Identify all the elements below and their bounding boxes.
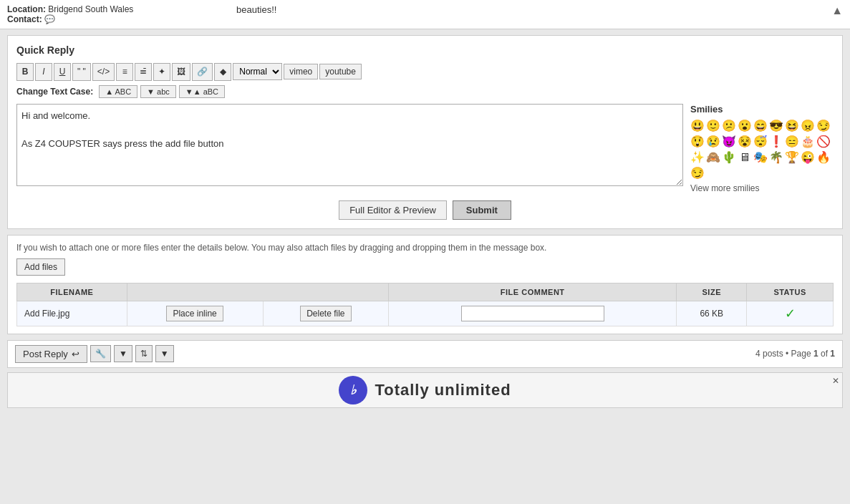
- sort-icon: ⇅: [140, 349, 148, 359]
- smiley-6[interactable]: 😎: [769, 119, 783, 133]
- quick-reply-title: Quick Reply: [16, 44, 834, 56]
- table-row: Add File.jpg Place inline Delete file 66…: [17, 301, 834, 326]
- sort-button[interactable]: ⇅: [135, 345, 153, 362]
- font-size-select[interactable]: Normal Small Large: [233, 63, 282, 80]
- star-button[interactable]: ✦: [153, 63, 170, 81]
- add-files-button[interactable]: Add files: [16, 258, 65, 276]
- bottom-bar-left: Post Reply ↩ 🔧 ▼ ⇅ ▼: [15, 345, 174, 363]
- quote-button[interactable]: " ": [72, 63, 91, 81]
- smiley-27[interactable]: 🔥: [816, 150, 831, 165]
- smiley-22[interactable]: 🖥: [738, 150, 752, 165]
- contact-label: Contact:: [7, 14, 42, 24]
- post-reply-button[interactable]: Post Reply ↩: [15, 345, 87, 363]
- smiley-17[interactable]: 🎂: [801, 135, 815, 149]
- page-current: 1: [813, 349, 818, 359]
- size-value: 66 KB: [700, 309, 723, 319]
- smiley-15[interactable]: ❗: [769, 135, 783, 149]
- full-editor-preview-button[interactable]: Full Editor & Preview: [339, 200, 447, 220]
- editor-bottom-row: Full Editor & Preview Submit: [16, 200, 834, 220]
- submit-button[interactable]: Submit: [453, 200, 511, 220]
- smiley-2[interactable]: 🙂: [706, 119, 720, 133]
- location-row: Location: Bridgend South Wales: [7, 4, 222, 14]
- smiley-9[interactable]: 😏: [816, 119, 831, 133]
- delete-file-cell: Delete file: [263, 301, 388, 326]
- smiley-3[interactable]: 😕: [722, 119, 736, 133]
- smiley-24[interactable]: 🌴: [769, 150, 783, 165]
- bold-button[interactable]: B: [16, 63, 34, 81]
- filename-cell: Add File.jpg: [17, 301, 127, 326]
- view-more-smilies[interactable]: View more smilies: [690, 183, 834, 193]
- uppercase-button[interactable]: ▲ ABC: [99, 85, 137, 98]
- smiley-26[interactable]: 😜: [801, 150, 815, 165]
- status-icon: ✓: [785, 306, 796, 321]
- file-comment-header: FILE COMMENT: [389, 283, 677, 301]
- color-button[interactable]: ◆: [214, 63, 231, 81]
- page-total: 1: [830, 349, 835, 359]
- smiley-28[interactable]: 😏: [690, 166, 705, 180]
- quick-reply-section: Quick Reply B I U " " </> ≡ ≡̄ ✦ 🖼 🔗 ◆ N…: [7, 35, 843, 229]
- place-inline-button[interactable]: Place inline: [166, 306, 223, 321]
- editor-smilies-row: Hi and welcome. As Z4 COUPSTER says pres…: [16, 104, 834, 193]
- lowercase-button[interactable]: ▼ abc: [140, 85, 176, 98]
- size-header: SIZE: [677, 283, 747, 301]
- post-reply-icon: ↩: [72, 349, 79, 359]
- filename-header: FILENAME: [17, 283, 127, 301]
- page-wrapper: Location: Bridgend South Wales Contact: …: [0, 0, 850, 408]
- ad-close-button[interactable]: ✕: [832, 376, 839, 386]
- link-button[interactable]: 🔗: [192, 63, 213, 81]
- image-button[interactable]: 🖼: [172, 63, 190, 81]
- attach-section: If you wish to attach one or more files …: [7, 235, 843, 334]
- smiley-11[interactable]: 😢: [706, 135, 720, 149]
- smilies-grid: 😃 🙂 😕 😮 😄 😎 😆 😠 😏 😲 😢 😈 😵 😴: [690, 119, 834, 180]
- editor-toolbar: B I U " " </> ≡ ≡̄ ✦ 🖼 🔗 ◆ Normal Small …: [16, 63, 834, 81]
- reply-textarea[interactable]: Hi and welcome. As Z4 COUPSTER says pres…: [16, 104, 683, 186]
- size-cell: 66 KB: [677, 301, 747, 326]
- contact-row: Contact: 💬: [7, 14, 222, 24]
- smiley-16[interactable]: 😑: [785, 135, 799, 149]
- status-header: STATUS: [747, 283, 834, 301]
- smiley-14[interactable]: 😴: [753, 135, 768, 149]
- smiley-4[interactable]: 😮: [738, 119, 752, 133]
- list-unordered-button[interactable]: ≡: [116, 63, 133, 81]
- dropdown-icon: ▼: [119, 349, 127, 359]
- smiley-20[interactable]: 🙈: [706, 150, 720, 165]
- code-button[interactable]: </>: [92, 63, 115, 81]
- filename-value: Add File.jpg: [24, 309, 69, 319]
- smiley-8[interactable]: 😠: [801, 119, 815, 133]
- smiley-25[interactable]: 🏆: [785, 150, 799, 165]
- smiley-5[interactable]: 😄: [753, 119, 768, 133]
- underline-button[interactable]: U: [54, 63, 71, 81]
- smilies-panel: Smilies 😃 🙂 😕 😮 😄 😎 😆 😠 😏 😲 😢 😈: [690, 104, 834, 193]
- page-of: of: [821, 349, 828, 359]
- smiley-21[interactable]: 🌵: [722, 150, 736, 165]
- smiley-23[interactable]: 🎭: [753, 150, 768, 165]
- smiley-1[interactable]: 😃: [690, 119, 705, 133]
- smiley-18[interactable]: 🚫: [816, 135, 831, 149]
- ad-logo: ♭: [339, 376, 367, 404]
- vimeo-tag: vimeo: [284, 64, 318, 79]
- ad-content: ♭ Totally unlimited: [339, 376, 511, 404]
- message-text: beauties!!: [236, 4, 276, 15]
- smiley-19[interactable]: ✨: [690, 150, 705, 165]
- sort-dropdown-button[interactable]: ▼: [155, 345, 174, 362]
- tools-dropdown-button[interactable]: ▼: [114, 345, 132, 362]
- smiley-10[interactable]: 😲: [690, 135, 705, 149]
- actions-header: [127, 283, 388, 301]
- location-label: Location:: [7, 4, 46, 14]
- scroll-up-icon[interactable]: ▲: [831, 4, 843, 17]
- tools-button[interactable]: 🔧: [90, 345, 111, 362]
- capitalize-button[interactable]: ▼▲ aBC: [179, 85, 225, 98]
- list-ordered-button[interactable]: ≡̄: [135, 63, 152, 81]
- italic-button[interactable]: I: [35, 63, 52, 81]
- smiley-7[interactable]: 😆: [785, 119, 799, 133]
- file-comment-input[interactable]: [461, 306, 604, 321]
- delete-file-button[interactable]: Delete file: [300, 306, 351, 321]
- attach-info-text: If you wish to attach one or more files …: [16, 243, 834, 253]
- sort-dropdown-icon: ▼: [160, 349, 169, 359]
- ad-text: Totally unlimited: [375, 381, 511, 399]
- smiley-13[interactable]: 😵: [738, 135, 752, 149]
- smiley-12[interactable]: 😈: [722, 135, 736, 149]
- status-cell: ✓: [747, 301, 834, 326]
- text-case-label: Change Text Case:: [16, 87, 93, 97]
- posts-info: 4 posts • Page: [755, 349, 811, 359]
